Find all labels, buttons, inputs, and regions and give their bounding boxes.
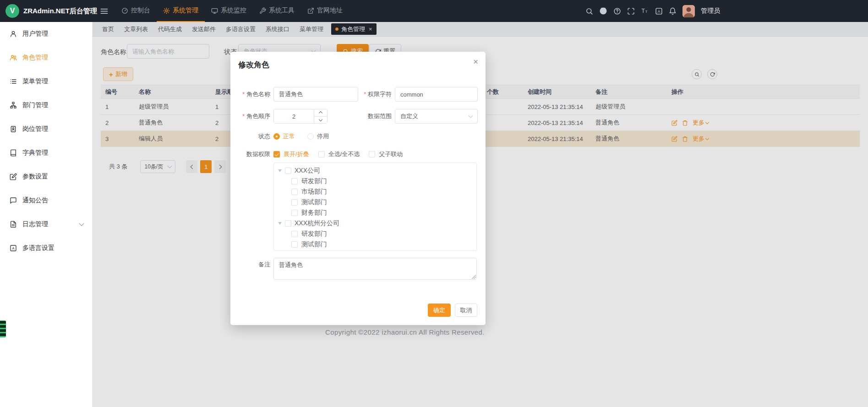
sidebar-item-param-settings[interactable]: 参数设置	[0, 165, 92, 189]
checkbox-unchecked-icon[interactable]	[285, 168, 291, 174]
role-name-field[interactable]	[273, 87, 358, 102]
topnav-label: 系统监控	[221, 6, 246, 15]
tree-expand-icon[interactable]	[278, 169, 282, 172]
svg-text:A: A	[658, 9, 661, 13]
sidebar-item-dept-management[interactable]: 部门管理	[0, 93, 92, 117]
sidebar-item-user-management[interactable]: 用户管理	[0, 22, 92, 46]
sidebar-toggle-button[interactable]	[98, 0, 110, 22]
remark-label: 备注	[230, 260, 270, 269]
role-order-input[interactable]	[274, 109, 314, 123]
checkbox-unchecked-icon[interactable]	[291, 189, 298, 195]
tree-node[interactable]: 研发部门	[274, 228, 476, 239]
tree-node-label: 研发部门	[301, 177, 327, 185]
sidebar-item-log-management[interactable]: 日志管理	[0, 212, 92, 236]
app-logo[interactable]: V ZRAdmin.NET后台管理	[0, 0, 93, 22]
notifications-button[interactable]	[669, 7, 677, 15]
perm-char-field[interactable]	[395, 87, 478, 102]
stepper-up-button[interactable]	[314, 109, 327, 117]
search-icon	[585, 7, 593, 15]
parent-child-link-label: 父子联动	[379, 150, 403, 158]
tree-expand-icon[interactable]	[278, 222, 282, 225]
topnav-system-monitor[interactable]: 系统监控	[205, 0, 253, 22]
cancel-button[interactable]: 取消	[455, 304, 477, 317]
book-icon	[10, 149, 17, 157]
tree-node-label: 研发部门	[301, 230, 327, 238]
tree-node[interactable]: 测试部门	[274, 197, 476, 207]
select-all-checkbox[interactable]: 全选/全不选	[318, 150, 360, 158]
status-disabled-label: 停用	[317, 132, 329, 141]
user-icon	[10, 30, 17, 38]
sidebar-item-label: 用户管理	[22, 30, 48, 38]
fullscreen-button[interactable]	[627, 7, 635, 15]
checkbox-unchecked-icon[interactable]	[291, 210, 298, 216]
sidebar-item-role-management[interactable]: 角色管理	[0, 46, 92, 70]
username: 管理员	[701, 7, 720, 15]
checkbox-unchecked-icon[interactable]	[285, 220, 291, 227]
sidebar-item-menu-management[interactable]: 菜单管理	[0, 70, 92, 93]
topnav-console[interactable]: 控制台	[115, 0, 157, 22]
topnav-label: 系统工具	[269, 6, 295, 15]
screen-corner-widget	[0, 320, 6, 337]
topnav-official-site[interactable]: 官网地址	[301, 0, 349, 22]
checkbox-unchecked-icon[interactable]	[291, 241, 298, 248]
tree-node-label: 财务部门	[301, 209, 327, 217]
language-button[interactable]: A	[655, 7, 663, 15]
topnav-system-management[interactable]: 系统管理	[157, 0, 205, 22]
users-icon	[10, 54, 17, 61]
user-avatar[interactable]	[682, 5, 695, 17]
tree-node[interactable]: 研发部门	[274, 176, 476, 186]
avatar-image	[682, 5, 695, 17]
checkbox-unchecked-icon[interactable]	[291, 199, 298, 206]
sidebar-item-dict-management[interactable]: 字典管理	[0, 141, 92, 165]
tree-node[interactable]: 测试部门	[274, 239, 476, 250]
checkbox-checked-icon	[273, 151, 280, 157]
tree-node[interactable]: XXX杭州分公司	[274, 218, 476, 228]
sidebar-item-label: 菜单管理	[22, 77, 48, 86]
topnav-label: 控制台	[131, 6, 150, 15]
resize-grip-icon[interactable]	[471, 274, 476, 279]
font-size-button[interactable]: TT	[641, 7, 649, 15]
checkbox-unchecked-icon[interactable]	[291, 231, 298, 237]
help-button[interactable]	[613, 7, 621, 15]
logo-icon: V	[5, 4, 19, 18]
dashboard-icon	[121, 7, 128, 14]
remark-textarea[interactable]: 普通角色	[273, 258, 477, 280]
radio-unchecked-icon	[307, 133, 314, 140]
checkbox-unchecked-icon	[318, 151, 325, 157]
org-tree-icon	[10, 102, 17, 109]
topnav-system-tools[interactable]: 系统工具	[253, 0, 301, 22]
fullscreen-icon	[627, 7, 635, 15]
edit-role-dialog: 修改角色 × 角色名称 权限字符 角色顺序 数据范围 自定义 状态 正常 停用 …	[230, 52, 486, 325]
sidebar-item-post-management[interactable]: 岗位管理	[0, 117, 92, 141]
status-disabled-option[interactable]: 停用	[307, 132, 329, 141]
font-size-icon: TT	[641, 7, 649, 15]
github-button[interactable]	[599, 7, 607, 15]
expand-collapse-checkbox[interactable]: 展开/折叠	[273, 150, 309, 158]
data-scope-select[interactable]: 自定义	[395, 109, 478, 124]
confirm-button[interactable]: 确定	[428, 304, 451, 317]
tree-node-label: XXX公司	[295, 167, 320, 175]
monitor-icon	[211, 7, 218, 14]
perm-char-label: 权限字符	[352, 87, 392, 102]
tree-node[interactable]: XXX公司	[274, 165, 476, 176]
tree-node[interactable]: 市场部门	[274, 186, 476, 197]
topbar-actions: TT A 管理员	[585, 0, 720, 22]
data-scope-value: 自定义	[400, 112, 418, 120]
search-button-topbar[interactable]	[585, 7, 593, 15]
sidebar: 用户管理 角色管理 菜单管理 部门管理 岗位管理 字典管理 参数设置 通知公告 …	[0, 22, 93, 407]
close-dialog-button[interactable]: ×	[473, 57, 478, 66]
expand-collapse-label: 展开/折叠	[284, 150, 309, 158]
bell-icon	[669, 7, 677, 15]
status-normal-option[interactable]: 正常	[273, 132, 295, 141]
svg-text:T: T	[642, 8, 645, 14]
tree-node-label: XXX杭州分公司	[295, 219, 339, 228]
parent-child-link-checkbox[interactable]: 父子联动	[369, 150, 403, 158]
tree-node[interactable]: 财务部门	[274, 207, 476, 218]
stepper-down-button[interactable]	[314, 117, 327, 124]
sidebar-item-label: 字典管理	[22, 149, 48, 157]
status-radio-group: 正常 停用	[273, 132, 329, 141]
tree-node-label: 市场部门	[301, 188, 327, 196]
sidebar-item-i18n-settings[interactable]: A 多语言设置	[0, 236, 92, 260]
checkbox-unchecked-icon[interactable]	[291, 178, 298, 185]
sidebar-item-notice[interactable]: 通知公告	[0, 189, 92, 212]
